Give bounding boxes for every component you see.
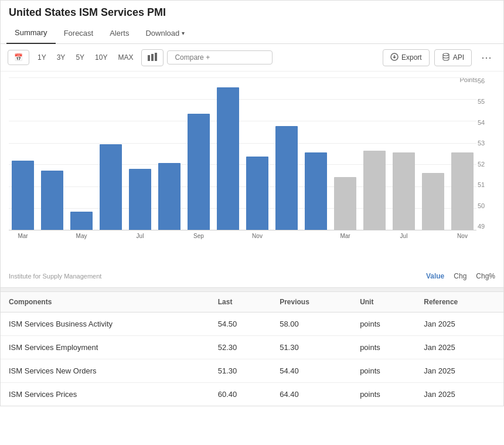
bar-group: [214, 77, 242, 230]
time-btn-5y[interactable]: 5Y: [71, 51, 89, 64]
compare-input[interactable]: [167, 50, 273, 64]
cell-component[interactable]: ISM Services Employment: [1, 336, 210, 359]
x-axis-label: May: [67, 233, 96, 239]
x-axis-label: Jul: [126, 233, 154, 239]
x-axis-label: [360, 233, 389, 239]
cell-col-4: Jan 2025: [416, 359, 503, 383]
x-axis-label: [302, 233, 330, 239]
bar-5[interactable]: [158, 163, 180, 230]
bar-May[interactable]: [70, 212, 92, 230]
cell-col-2: 51.30: [271, 336, 352, 359]
x-axis-label: [214, 233, 242, 239]
bar-Sep[interactable]: [188, 114, 209, 230]
api-label: API: [453, 53, 464, 62]
api-button[interactable]: API: [434, 49, 472, 66]
export-button[interactable]: Export: [383, 49, 430, 66]
time-btn-1y[interactable]: 1Y: [33, 51, 51, 64]
table-row: ISM Services Business Activity54.5058.00…: [1, 312, 503, 336]
chart-type-button[interactable]: [141, 49, 164, 66]
col-reference: Reference: [416, 292, 503, 312]
tabs-bar: Summary Forecast Alerts Download ▾: [1, 22, 503, 44]
cell-component[interactable]: ISM Services New Orders: [1, 359, 210, 383]
chart-inner: 56 55 54 53 52 51 50 49 Points: [9, 77, 495, 253]
time-btn-max[interactable]: MAX: [113, 51, 138, 64]
chevron-down-icon: ▾: [182, 30, 185, 36]
cell-col-1: 52.30: [210, 336, 271, 359]
bar-1[interactable]: [41, 171, 63, 230]
cell-col-1: 51.30: [210, 359, 271, 383]
page-title: United States ISM Services PMI: [1, 1, 503, 22]
bar-10[interactable]: [305, 152, 326, 230]
bar-group: [273, 77, 301, 230]
table-row: ISM Services New Orders51.3054.40pointsJ…: [1, 359, 503, 383]
bar-group: [448, 77, 476, 230]
svg-rect-2: [155, 53, 157, 61]
table-header-row: Components Last Previous Unit Reference: [1, 292, 503, 312]
section-divider: [1, 287, 503, 292]
y-label-50: 50: [478, 202, 495, 209]
source-label: Institute for Supply Management: [9, 273, 101, 280]
cell-component[interactable]: ISM Services Business Activity: [1, 312, 210, 336]
bar-group: [67, 77, 96, 230]
legend-chg[interactable]: Chg: [454, 272, 466, 280]
bar-14[interactable]: [422, 173, 444, 230]
legend-value[interactable]: Value: [426, 272, 444, 280]
x-axis-label: Nov: [243, 233, 271, 239]
bar-Mar[interactable]: [12, 161, 33, 230]
bar-Jul[interactable]: [393, 152, 414, 230]
bar-9[interactable]: [275, 126, 297, 230]
calendar-button[interactable]: 📅: [8, 50, 29, 65]
x-axis-label: Mar: [331, 233, 359, 239]
bar-3[interactable]: [100, 144, 121, 230]
cell-component[interactable]: ISM Services Prices: [1, 383, 210, 406]
bar-group: [155, 77, 183, 230]
time-btn-10y[interactable]: 10Y: [90, 51, 112, 64]
bar-group: [97, 77, 125, 230]
export-label: Export: [401, 53, 422, 62]
time-btn-3y[interactable]: 3Y: [52, 51, 70, 64]
col-previous: Previous: [271, 292, 352, 312]
cell-col-3: points: [352, 383, 416, 406]
chart-area: 56 55 54 53 52 51 50 49 Points: [1, 72, 503, 270]
time-range-buttons: 1Y 3Y 5Y 10Y MAX: [33, 51, 138, 64]
table-row: ISM Services Employment52.3051.30pointsJ…: [1, 336, 503, 359]
y-label-55: 55: [478, 98, 495, 105]
bar-12[interactable]: [363, 151, 385, 230]
col-components: Components: [1, 292, 210, 312]
bar-group: [126, 77, 154, 230]
toolbar: 📅 1Y 3Y 5Y 10Y MAX Export: [1, 44, 503, 72]
table-body: ISM Services Business Activity54.5058.00…: [1, 312, 503, 406]
cell-col-2: 58.00: [271, 312, 352, 336]
bar-Nov[interactable]: [451, 152, 473, 230]
cell-col-1: 54.50: [210, 312, 271, 336]
calendar-icon: 📅: [14, 53, 23, 62]
more-options-button[interactable]: ⋯: [476, 49, 496, 66]
bar-Jul[interactable]: [129, 169, 151, 230]
tab-forecast[interactable]: Forecast: [56, 23, 102, 43]
y-label-49: 49: [478, 223, 495, 230]
tab-download-label: Download: [145, 29, 179, 38]
bar-Mar[interactable]: [334, 177, 356, 230]
y-axis: 56 55 54 53 52 51 50 49: [478, 77, 495, 230]
database-icon: [442, 53, 450, 63]
cell-col-2: 64.40: [271, 383, 352, 406]
cell-col-3: points: [352, 312, 416, 336]
bar-7[interactable]: [217, 87, 239, 230]
bar-group: [9, 77, 37, 230]
svg-rect-1: [151, 54, 154, 61]
tab-download[interactable]: Download ▾: [137, 23, 193, 43]
y-label-53: 53: [478, 140, 495, 147]
chart-footer: Institute for Supply Management Value Ch…: [1, 270, 503, 287]
x-axis-label: [273, 233, 301, 239]
bar-Nov[interactable]: [246, 157, 268, 230]
grid-line-8: [9, 230, 476, 230]
cell-col-1: 60.40: [210, 383, 271, 406]
cell-col-4: Jan 2025: [416, 312, 503, 336]
tab-summary[interactable]: Summary: [6, 22, 56, 44]
y-label-51: 51: [478, 181, 495, 188]
legend-chgpct[interactable]: Chg%: [476, 272, 495, 280]
x-label-spacer: [9, 253, 495, 270]
col-last: Last: [210, 292, 271, 312]
svg-point-4: [443, 53, 449, 56]
tab-alerts[interactable]: Alerts: [101, 23, 137, 43]
